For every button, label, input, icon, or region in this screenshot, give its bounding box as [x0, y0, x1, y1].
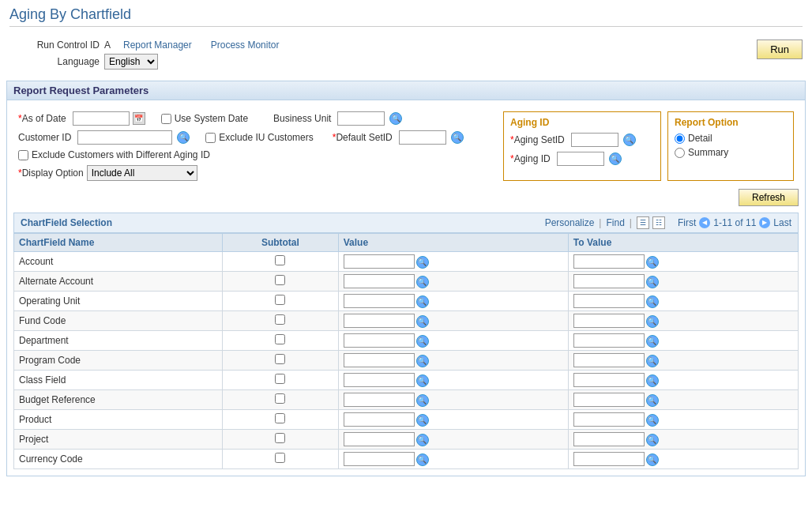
value-search-icon[interactable]: 🔍 [416, 434, 429, 446]
subtotal-checkbox[interactable] [275, 453, 285, 463]
subtotal-checkbox[interactable] [275, 255, 285, 265]
run-control-id-value: A [104, 40, 111, 51]
nav-last[interactable]: Last [773, 217, 791, 228]
subtotal-checkbox[interactable] [275, 374, 285, 384]
aging-id-panel: Aging ID *Aging SetID SHARE 🔍 *Aging ID … [503, 111, 661, 181]
subtotal-checkbox[interactable] [275, 393, 285, 404]
value-search-icon[interactable]: 🔍 [416, 256, 429, 269]
value-search-icon[interactable]: 🔍 [416, 295, 429, 308]
to-value-input[interactable] [573, 373, 645, 387]
to-value-search-icon[interactable]: 🔍 [646, 335, 659, 348]
refresh-button[interactable]: Refresh [739, 189, 799, 206]
subtotal-checkbox[interactable] [275, 314, 285, 325]
prev-arrow-icon[interactable]: ◀ [699, 217, 710, 228]
use-system-date-checkbox[interactable] [161, 114, 171, 124]
detail-radio[interactable] [675, 134, 685, 144]
to-value-cell: 🔍 [568, 410, 798, 430]
next-arrow-icon[interactable]: ▶ [759, 217, 770, 228]
business-unit-search-icon[interactable]: 🔍 [389, 112, 402, 125]
calendar-icon[interactable]: 📅 [133, 112, 145, 125]
value-search-icon[interactable]: 🔍 [416, 355, 429, 367]
language-select[interactable]: English French Spanish [104, 54, 158, 70]
report-manager-link[interactable]: Report Manager [123, 40, 192, 51]
to-value-input[interactable] [573, 393, 645, 407]
value-input[interactable] [344, 254, 415, 269]
to-value-search-icon[interactable]: 🔍 [646, 256, 659, 269]
value-input[interactable] [344, 294, 415, 308]
subtotal-checkbox[interactable] [275, 433, 285, 443]
value-search-icon[interactable]: 🔍 [416, 276, 429, 288]
as-of-date-label: *As of Date [18, 113, 66, 124]
to-value-input[interactable] [573, 353, 645, 367]
aging-id-search-icon[interactable]: 🔍 [609, 152, 622, 165]
to-value-search-icon[interactable]: 🔍 [646, 374, 659, 387]
to-value-input[interactable] [573, 294, 645, 308]
to-value-search-icon[interactable]: 🔍 [646, 434, 659, 446]
grid-view-icon[interactable]: ☰ [637, 216, 649, 229]
value-search-icon[interactable]: 🔍 [416, 414, 429, 427]
to-value-input[interactable] [573, 314, 645, 328]
col-to-value: To Value [568, 234, 798, 252]
value-input[interactable] [344, 373, 415, 387]
to-value-search-icon[interactable]: 🔍 [646, 295, 659, 308]
default-setid-input[interactable]: SHARE [399, 130, 446, 145]
to-value-input[interactable] [573, 452, 645, 466]
value-search-icon[interactable]: 🔍 [416, 374, 429, 387]
subtotal-cell [223, 272, 339, 292]
subtotal-checkbox[interactable] [275, 275, 285, 285]
value-search-icon[interactable]: 🔍 [416, 394, 429, 407]
default-setid-search-icon[interactable]: 🔍 [451, 131, 464, 144]
value-search-icon[interactable]: 🔍 [416, 335, 429, 348]
to-value-cell: 🔍 [568, 252, 798, 272]
spreadsheet-icon[interactable]: ☷ [652, 216, 665, 229]
as-of-date-input[interactable]: 10/31/2013 [73, 111, 130, 126]
to-value-search-icon[interactable]: 🔍 [646, 394, 659, 407]
aging-setid-input[interactable]: SHARE [571, 133, 618, 147]
run-control-id-label: Run Control ID [9, 40, 104, 51]
to-value-input[interactable] [573, 412, 645, 427]
value-input[interactable] [344, 333, 415, 348]
to-value-input[interactable] [573, 254, 645, 269]
business-unit-input[interactable]: US001 [337, 111, 385, 126]
exclude-diff-aging-checkbox[interactable] [18, 150, 28, 160]
value-cell: 🔍 [338, 390, 568, 410]
personalize-link[interactable]: Personalize [545, 217, 595, 228]
aging-id-input[interactable]: 30-60 [557, 152, 604, 166]
to-value-cell: 🔍 [568, 371, 798, 390]
col-subtotal: Subtotal [223, 234, 339, 252]
value-input[interactable] [344, 452, 415, 466]
to-value-cell: 🔍 [568, 292, 798, 311]
display-option-select[interactable]: Include All Exclude Only [87, 165, 197, 181]
to-value-search-icon[interactable]: 🔍 [646, 414, 659, 427]
customer-id-search-icon[interactable]: 🔍 [177, 131, 190, 144]
to-value-search-icon[interactable]: 🔍 [646, 315, 659, 328]
exclude-iu-customers-checkbox[interactable] [205, 133, 216, 143]
to-value-input[interactable] [573, 333, 645, 348]
subtotal-checkbox[interactable] [275, 413, 285, 423]
subtotal-checkbox[interactable] [275, 295, 285, 305]
value-input[interactable] [344, 412, 415, 427]
value-input[interactable] [344, 432, 415, 446]
subtotal-cell [223, 252, 339, 272]
to-value-search-icon[interactable]: 🔍 [646, 453, 659, 466]
to-value-input[interactable] [573, 274, 645, 288]
value-search-icon[interactable]: 🔍 [416, 453, 429, 466]
run-button[interactable]: Run [757, 40, 803, 59]
to-value-input[interactable] [573, 432, 645, 446]
nav-first[interactable]: First [678, 217, 696, 228]
value-search-icon[interactable]: 🔍 [416, 315, 429, 328]
value-input[interactable] [344, 274, 415, 288]
value-input[interactable] [344, 393, 415, 407]
process-monitor-link[interactable]: Process Monitor [211, 40, 280, 51]
to-value-search-icon[interactable]: 🔍 [646, 276, 659, 288]
value-input[interactable] [344, 353, 415, 367]
aging-setid-search-icon[interactable]: 🔍 [623, 134, 636, 146]
customer-id-input[interactable] [77, 130, 172, 145]
to-value-search-icon[interactable]: 🔍 [646, 355, 659, 367]
subtotal-checkbox[interactable] [275, 334, 285, 344]
find-link[interactable]: Find [606, 217, 624, 228]
subtotal-checkbox[interactable] [275, 354, 285, 364]
to-value-cell: 🔍 [568, 351, 798, 371]
value-input[interactable] [344, 314, 415, 328]
summary-radio[interactable] [675, 148, 685, 158]
